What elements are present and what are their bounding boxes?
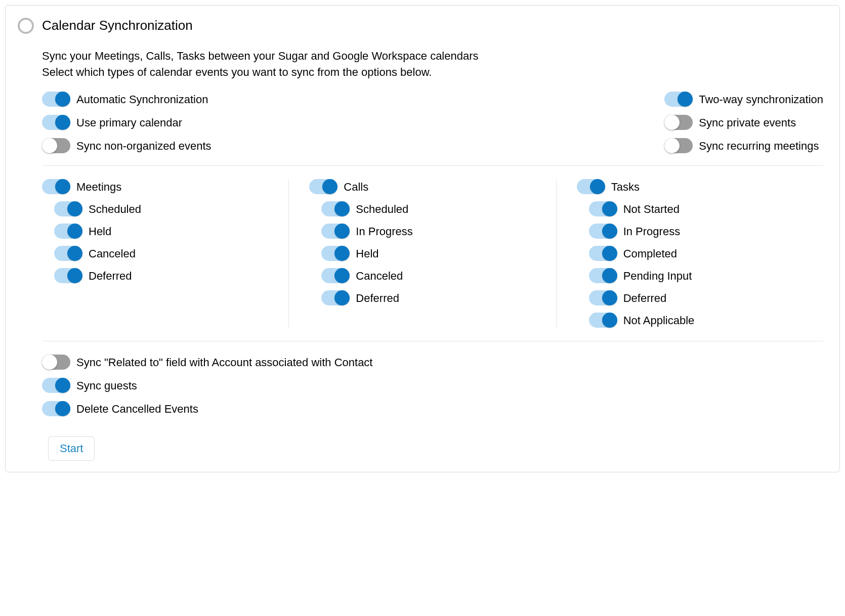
toggle-knob-icon bbox=[67, 268, 82, 283]
toggle-switch-meetings-scheduled[interactable] bbox=[54, 201, 82, 216]
toggle-use-primary-calendar: Use primary calendar bbox=[42, 115, 212, 130]
toggle-label-calls-held: Held bbox=[356, 246, 378, 261]
toggle-meetings-deferred: Deferred bbox=[54, 268, 283, 283]
toggle-knob-icon bbox=[590, 179, 605, 194]
toggle-knob-icon bbox=[334, 290, 350, 305]
module-col-calls: CallsScheduledIn ProgressHeldCanceledDef… bbox=[288, 179, 556, 328]
toggle-switch-tasks-not-applicable[interactable] bbox=[589, 313, 617, 328]
toggle-sync-private-events: Sync private events bbox=[664, 115, 823, 130]
toggle-switch-two-way-sync[interactable] bbox=[664, 92, 693, 107]
toggle-switch-calls-scheduled[interactable] bbox=[321, 201, 350, 216]
toggle-knob-icon bbox=[67, 201, 82, 216]
toggle-tasks-not-applicable: Not Applicable bbox=[589, 313, 818, 328]
toggle-switch-delete-cancelled[interactable] bbox=[42, 401, 70, 416]
start-button[interactable]: Start bbox=[48, 436, 95, 461]
toggle-label-tasks-pending-input: Pending Input bbox=[623, 269, 692, 284]
toggle-tasks-completed: Completed bbox=[589, 246, 818, 261]
toggle-label-meetings-canceled: Canceled bbox=[89, 246, 136, 261]
toggle-knob-icon bbox=[55, 92, 70, 107]
calendar-sync-panel: Calendar Synchronization Sync your Meeti… bbox=[5, 5, 840, 472]
toggle-knob-icon bbox=[602, 313, 617, 328]
toggle-tasks-not-started: Not Started bbox=[589, 201, 818, 216]
toggle-label-sync-non-organized: Sync non-organized events bbox=[76, 139, 212, 154]
toggle-label-automatic-sync: Automatic Synchronization bbox=[76, 92, 208, 107]
toggle-knob-icon bbox=[602, 268, 617, 283]
toggle-switch-calls[interactable] bbox=[309, 179, 337, 194]
toggle-switch-sync-guests[interactable] bbox=[42, 378, 70, 393]
toggle-label-delete-cancelled: Delete Cancelled Events bbox=[76, 402, 198, 417]
toggle-knob-icon bbox=[42, 138, 57, 153]
toggle-sync-recurring: Sync recurring meetings bbox=[664, 138, 823, 153]
toggle-knob-icon bbox=[602, 290, 617, 305]
toggle-calls-in-progress: In Progress bbox=[321, 224, 551, 239]
modules-grid: MeetingsScheduledHeldCanceledDeferred Ca… bbox=[42, 179, 823, 328]
toggle-calls: Calls bbox=[309, 179, 551, 194]
toggle-knob-icon bbox=[67, 224, 82, 239]
toggle-sync-non-organized: Sync non-organized events bbox=[42, 138, 212, 153]
toggle-switch-meetings[interactable] bbox=[42, 179, 70, 194]
toggle-switch-calls-held[interactable] bbox=[321, 246, 350, 261]
toggle-switch-tasks-pending-input[interactable] bbox=[589, 268, 617, 283]
toggle-label-sync-private-events: Sync private events bbox=[699, 115, 796, 130]
intro-line-2: Select which types of calendar events yo… bbox=[42, 65, 823, 80]
toggle-meetings-held: Held bbox=[54, 224, 283, 239]
toggle-switch-meetings-deferred[interactable] bbox=[54, 268, 82, 283]
toggle-switch-calls-deferred[interactable] bbox=[321, 290, 350, 305]
step-indicator-icon bbox=[18, 18, 34, 34]
toggle-delete-cancelled: Delete Cancelled Events bbox=[42, 401, 823, 416]
toggle-switch-meetings-held[interactable] bbox=[54, 224, 82, 239]
top-toggles-left: Automatic SynchronizationUse primary cal… bbox=[42, 92, 212, 153]
toggle-knob-icon bbox=[602, 246, 617, 261]
toggle-switch-tasks-deferred[interactable] bbox=[589, 290, 617, 305]
top-toggles-right: Two-way synchronizationSync private even… bbox=[664, 92, 823, 153]
toggle-label-meetings-scheduled: Scheduled bbox=[89, 202, 141, 217]
toggle-label-tasks-not-applicable: Not Applicable bbox=[623, 313, 695, 328]
toggle-switch-tasks-in-progress[interactable] bbox=[589, 224, 617, 239]
toggle-knob-icon bbox=[322, 179, 337, 194]
toggle-switch-sync-related-to[interactable] bbox=[42, 355, 70, 370]
toggle-calls-held: Held bbox=[321, 246, 551, 261]
toggle-switch-sync-recurring[interactable] bbox=[664, 138, 693, 153]
toggle-tasks-pending-input: Pending Input bbox=[589, 268, 818, 283]
toggle-meetings-scheduled: Scheduled bbox=[54, 201, 283, 216]
toggle-tasks: Tasks bbox=[577, 179, 818, 194]
toggle-switch-tasks[interactable] bbox=[577, 179, 605, 194]
toggle-switch-calls-in-progress[interactable] bbox=[321, 224, 350, 239]
panel-title: Calendar Synchronization bbox=[42, 17, 193, 34]
toggle-label-calls-in-progress: In Progress bbox=[356, 224, 413, 239]
toggle-knob-icon bbox=[334, 246, 350, 261]
toggle-knob-icon bbox=[602, 201, 617, 216]
toggle-sync-guests: Sync guests bbox=[42, 378, 823, 393]
toggle-knob-icon bbox=[602, 224, 617, 239]
toggle-label-meetings-held: Held bbox=[89, 224, 111, 239]
toggle-knob-icon bbox=[42, 355, 57, 370]
toggle-label-calls: Calls bbox=[344, 180, 368, 195]
panel-header: Calendar Synchronization bbox=[18, 17, 827, 34]
toggle-label-tasks-not-started: Not Started bbox=[623, 202, 680, 217]
toggle-knob-icon bbox=[334, 224, 350, 239]
toggle-switch-sync-non-organized[interactable] bbox=[42, 138, 70, 153]
toggle-knob-icon bbox=[334, 268, 350, 283]
toggle-knob-icon bbox=[55, 179, 70, 194]
toggle-calls-deferred: Deferred bbox=[321, 290, 551, 305]
toggle-label-tasks-deferred: Deferred bbox=[623, 291, 667, 306]
toggle-label-sync-guests: Sync guests bbox=[76, 378, 137, 393]
toggle-switch-meetings-canceled[interactable] bbox=[54, 246, 82, 261]
toggle-switch-sync-private-events[interactable] bbox=[664, 115, 693, 130]
toggle-switch-tasks-completed[interactable] bbox=[589, 246, 617, 261]
toggle-label-meetings: Meetings bbox=[76, 180, 121, 195]
toggle-switch-calls-canceled[interactable] bbox=[321, 268, 350, 283]
toggle-knob-icon bbox=[67, 246, 82, 261]
toggle-switch-automatic-sync[interactable] bbox=[42, 92, 70, 107]
toggle-knob-icon bbox=[55, 401, 70, 416]
toggle-switch-tasks-not-started[interactable] bbox=[589, 201, 617, 216]
toggle-switch-use-primary-calendar[interactable] bbox=[42, 115, 70, 130]
toggle-calls-scheduled: Scheduled bbox=[321, 201, 551, 216]
toggle-calls-canceled: Canceled bbox=[321, 268, 551, 283]
toggle-two-way-sync: Two-way synchronization bbox=[664, 92, 823, 107]
toggle-knob-icon bbox=[334, 201, 350, 216]
toggle-tasks-deferred: Deferred bbox=[589, 290, 818, 305]
toggle-label-calls-canceled: Canceled bbox=[356, 269, 403, 284]
toggle-knob-icon bbox=[678, 92, 693, 107]
toggle-label-sync-recurring: Sync recurring meetings bbox=[699, 139, 819, 154]
